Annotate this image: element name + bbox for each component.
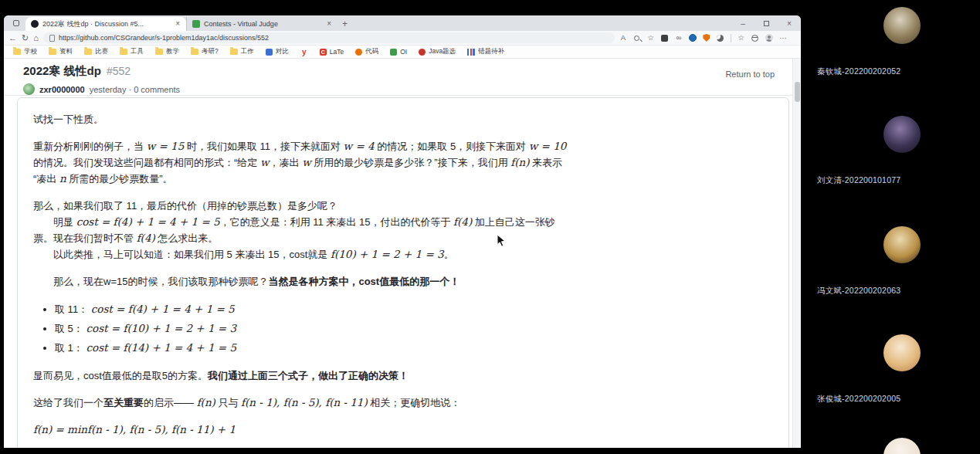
extension-blue-icon[interactable] xyxy=(689,34,697,42)
bookmark-label: Java题选 xyxy=(429,47,456,56)
bookmark-label: 代码 xyxy=(365,47,378,56)
scrollbar-thumb[interactable] xyxy=(795,82,800,102)
profile-icon[interactable] xyxy=(765,34,773,42)
toolbar-separator xyxy=(731,34,731,42)
bookmark-item[interactable]: 代码 xyxy=(355,47,378,56)
folder-icon xyxy=(13,49,21,55)
favorite-star-icon[interactable]: ☆ xyxy=(647,34,655,42)
bookmark-favicon xyxy=(390,49,397,56)
close-button[interactable]: × xyxy=(778,15,801,31)
bookmark-favicon xyxy=(355,49,362,56)
home-icon[interactable]: ⌂ xyxy=(33,34,39,42)
more-menu-icon[interactable]: ··· xyxy=(779,34,787,42)
bookmark-item[interactable]: y xyxy=(300,49,308,55)
bookmark-label: OI xyxy=(400,48,407,56)
address-bar[interactable]: https://github.com/CSGrandeur/s-1problem… xyxy=(43,32,615,43)
bookmark-label: 学校 xyxy=(24,47,37,56)
bookmark-item[interactable]: OI xyxy=(390,48,407,56)
discussion-paragraph: 那么，现在w=15的时候，我们该取那种钞票呢？当然是各种方案中，cost值最低的… xyxy=(33,273,574,290)
extension-dark-icon[interactable] xyxy=(661,35,669,42)
tab-github-discussion[interactable]: 2022寒 线性dp · Discussion #5... × xyxy=(25,17,186,31)
favorites-bar-icon[interactable]: ☆ xyxy=(738,34,745,42)
bookmark-item[interactable]: 工作 xyxy=(230,47,254,56)
tab-actions-icon[interactable] xyxy=(10,17,22,29)
bookmark-item[interactable]: 对比 xyxy=(266,47,289,56)
return-to-top-link[interactable]: Return to top xyxy=(725,69,775,79)
shield-extension-icon[interactable] xyxy=(703,34,710,42)
bookmark-item[interactable]: 考研? xyxy=(191,47,219,56)
collections-globe-icon[interactable] xyxy=(751,35,759,42)
bookmark-label: 工作 xyxy=(241,47,254,56)
participant-name: 秦钦城-202200202052 xyxy=(817,66,900,77)
bookmark-label: 考研? xyxy=(202,47,219,56)
participant-name: 刘文清-202200101077 xyxy=(817,175,900,186)
bookmark-item[interactable]: 学校 xyxy=(13,47,37,56)
bookmark-favicon xyxy=(419,49,426,56)
author-name[interactable]: zxr0000000 xyxy=(39,85,85,94)
bookmark-item[interactable]: 教学 xyxy=(155,47,179,56)
participant-avatar xyxy=(883,7,921,44)
author-avatar[interactable] xyxy=(23,83,35,95)
participant-avatar xyxy=(883,438,921,454)
discussion-paragraph: 显而易见，cost值最低的是取5的方案。我们通过上面三个式子，做出了正确的决策！ xyxy=(33,368,574,384)
read-aloud-icon[interactable]: A xyxy=(619,34,627,42)
bookmark-label: 教学 xyxy=(166,47,179,56)
page-content: 2022寒 线性dp #552 zxr0000000 yesterday · 0… xyxy=(4,59,801,448)
folder-icon xyxy=(120,49,127,55)
github-logo-icon xyxy=(31,20,39,28)
tab-close-icon[interactable]: × xyxy=(175,20,181,28)
maximize-button[interactable] xyxy=(754,15,778,31)
toolbar-icon-cluster: A ☆ ∞ ☆ ··· xyxy=(619,34,787,42)
discussion-paragraph: f(n) = minf(n - 1), f(n - 5), f(n - 11) … xyxy=(33,422,574,438)
bookmark-favicon: C xyxy=(320,49,327,56)
tab-virtual-judge[interactable]: Contests - Virtual Judge × xyxy=(186,17,337,31)
tab-strip: 2022寒 线性dp · Discussion #5... × Contests… xyxy=(4,15,801,31)
participant-name: 冯文斌-202200202063 xyxy=(817,286,900,296)
bookmark-favicon xyxy=(467,49,475,56)
bookmark-label: 工具 xyxy=(131,47,144,56)
back-icon[interactable]: ← xyxy=(8,34,17,42)
discussion-list: 取 11： cost = f(4) + 1 = 4 + 1 = 5取 5： co… xyxy=(33,300,574,357)
page-scrollbar[interactable] xyxy=(792,59,801,448)
bookmark-item[interactable]: 比赛 xyxy=(84,47,108,56)
bookmark-label: LaTe xyxy=(330,48,344,56)
folder-icon xyxy=(155,49,163,55)
bookmark-label: 比赛 xyxy=(95,47,108,56)
new-tab-button[interactable]: + xyxy=(342,19,348,29)
discussion-number: #552 xyxy=(107,65,131,77)
discussion-paragraph: 这给了我们一个至关重要的启示—— f(n) 只与 f(n - 1), f(n -… xyxy=(33,395,574,411)
bookmark-item[interactable]: Java题选 xyxy=(419,47,456,56)
bookmark-favicon xyxy=(266,49,273,56)
zoom-page-icon[interactable] xyxy=(633,36,641,41)
browser-toolbar: ← ↻ ⌂ https://github.com/CSGrandeur/s-1p… xyxy=(4,31,801,46)
window-controls: – × xyxy=(731,15,801,31)
tab-close-icon[interactable]: × xyxy=(326,20,332,28)
folder-icon xyxy=(49,49,56,55)
bookmarks-bar: 学校资料比赛工具教学考研?工作对比yCLaTe代码OIJava题选错题待补 xyxy=(4,46,801,59)
site-info-icon[interactable] xyxy=(49,35,55,42)
screen-share-stage: 2022寒 线性dp · Discussion #5... × Contests… xyxy=(0,0,980,454)
discussion-list-item: 取 11： cost = f(4) + 1 = 4 + 1 = 5 xyxy=(55,300,574,318)
discussion-list-item: 取 1： cost = f(14) + 1 = 4 + 1 = 5 xyxy=(55,339,574,357)
bookmark-item[interactable]: 错题待补 xyxy=(467,47,504,56)
mouse-cursor xyxy=(497,234,506,251)
infinity-extension-icon[interactable]: ∞ xyxy=(675,34,683,42)
bookmark-item[interactable]: CLaTe xyxy=(320,48,344,56)
minimize-button[interactable]: – xyxy=(731,15,754,31)
vjudge-logo-icon xyxy=(192,20,200,28)
dark-mode-icon[interactable] xyxy=(717,35,724,42)
discussion-header: 2022寒 线性dp #552 zxr0000000 yesterday · 0… xyxy=(4,59,801,96)
participant-avatar xyxy=(883,226,921,263)
tab-title: Contests - Virtual Judge xyxy=(204,20,322,28)
bookmark-item[interactable]: 工具 xyxy=(120,47,144,56)
participant-avatar xyxy=(883,116,921,153)
browser-window: 2022寒 线性dp · Discussion #5... × Contests… xyxy=(4,15,801,448)
refresh-icon[interactable]: ↻ xyxy=(22,34,29,42)
discussion-body-card: 试找一下性质。重新分析刚刚的例子，当 w = 15 时，我们如果取 11，接下来… xyxy=(17,97,789,448)
discussion-paragraph: 那么，如果我们取了 11，最后的代价（用掉的钞票总数）是多少呢？明显 cost … xyxy=(33,198,574,263)
discussion-body: 试找一下性质。重新分析刚刚的例子，当 w = 15 时，我们如果取 11，接下来… xyxy=(33,111,574,448)
bookmark-label: 错题待补 xyxy=(478,47,504,56)
tab-title: 2022寒 线性dp · Discussion #5... xyxy=(42,19,171,29)
bookmark-item[interactable]: 资料 xyxy=(49,47,73,56)
post-meta: yesterday · 0 comments xyxy=(90,85,180,94)
